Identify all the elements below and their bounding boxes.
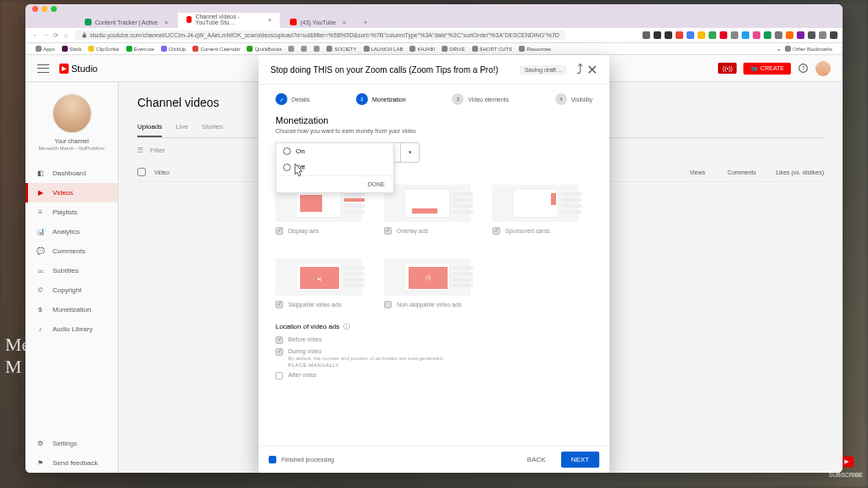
titlebar xyxy=(25,4,843,13)
step-video-elements[interactable]: 3Video elements xyxy=(452,93,509,105)
bookmark-item[interactable]: Slack xyxy=(62,46,82,52)
bookmark-item[interactable]: Content Calendar xyxy=(192,46,240,52)
url-bar: ← → ⟳ ⌂ studio.youtube.com/channel/UCCIm… xyxy=(25,28,843,43)
modal-title: Stop doing THIS on your Zoom calls (Zoom… xyxy=(270,65,520,75)
bookmark-folder[interactable]: LAUNCH LAB xyxy=(364,46,403,52)
checkbox-during[interactable] xyxy=(275,348,283,356)
checkbox[interactable] xyxy=(275,301,283,308)
option-on[interactable]: On xyxy=(276,143,393,159)
modal-footer: Finished processing BACK NEXT xyxy=(259,446,609,473)
nav-back-button[interactable]: ← xyxy=(31,32,41,38)
bookmark-item[interactable] xyxy=(288,46,294,52)
nav-home-button[interactable]: ⌂ xyxy=(61,32,71,38)
step-details[interactable]: ✓Details xyxy=(275,93,309,105)
step-monetization[interactable]: 2Monetization xyxy=(356,93,406,105)
subscribe-label: SUBSCRIBE xyxy=(829,472,863,478)
close-icon: × xyxy=(268,17,271,23)
modal-header: Stop doing THIS on your Zoom calls (Zoom… xyxy=(259,55,609,85)
checkbox-before[interactable] xyxy=(275,336,283,344)
youtube-studio: ▶Studio Search across your channel ((•))… xyxy=(25,55,843,473)
bookmark-item[interactable]: ClipScribe xyxy=(88,46,119,52)
bookmark-folder[interactable]: KAJABI xyxy=(409,46,435,52)
check-icon: ✓ xyxy=(275,93,287,105)
checkbox[interactable] xyxy=(384,227,392,235)
section-subtitle: Choose how you want to earn money from y… xyxy=(275,128,593,134)
step-visibility[interactable]: 4Visibility xyxy=(555,93,593,105)
modal-body: Monetization Choose how you want to earn… xyxy=(259,115,609,446)
upload-modal: Stop doing THIS on your Zoom calls (Zoom… xyxy=(259,55,609,473)
close-button[interactable]: ✕ xyxy=(586,64,598,75)
traffic-lights[interactable] xyxy=(32,6,57,12)
bookmark-folder[interactable]: DRIVE xyxy=(442,46,465,52)
close-icon: × xyxy=(342,19,346,25)
other-bookmarks[interactable]: Other Bookmarks xyxy=(785,46,832,52)
back-button[interactable]: BACK xyxy=(517,452,556,468)
feedback-button[interactable]: ⤴ xyxy=(574,64,586,75)
bookmarks-bar: Apps Slack ClipScribe Evernote ClickUp C… xyxy=(25,43,843,55)
cursor-icon xyxy=(291,162,306,181)
next-button[interactable]: NEXT xyxy=(561,452,599,468)
checkbox[interactable] xyxy=(275,227,283,235)
ad-location: Location of video adsⓘ Before video Duri… xyxy=(275,322,593,380)
ad-type-sponsored: Sponsored cards xyxy=(492,185,577,235)
bookmark-overflow[interactable]: » xyxy=(777,46,780,52)
place-manually-button[interactable]: PLACE MANUALLY xyxy=(288,363,443,368)
address-bar[interactable]: studio.youtube.com/channel/UCCIm-J4-qW_A… xyxy=(75,30,566,40)
browser-window: Content Tracker | Active× Channel videos… xyxy=(25,4,843,473)
ad-type-overlay: Overlay ads xyxy=(384,185,469,235)
checkbox[interactable] xyxy=(384,301,392,308)
nav-reload-button[interactable]: ⟳ xyxy=(51,32,61,39)
bookmark-item[interactable]: QuickBooks xyxy=(247,46,281,52)
ad-type-nonskippable: ◷ Non-skippable video ads xyxy=(384,258,469,308)
stepper: ✓Details 2Monetization 3Video elements 4… xyxy=(259,85,609,115)
location-title: Location of video ads xyxy=(275,323,340,330)
saving-indicator: Saving draft… xyxy=(520,65,567,75)
bookmark-item[interactable]: Evernote xyxy=(126,46,154,52)
tab-3[interactable]: (43) YouTube× xyxy=(281,16,354,28)
help-icon[interactable]: ⓘ xyxy=(343,322,350,331)
url-text: studio.youtube.com/channel/UCCIm-J4-qW_A… xyxy=(90,32,559,38)
bookmark-item[interactable] xyxy=(314,46,320,52)
bookmark-folder[interactable]: SOCIETY xyxy=(326,46,356,52)
new-tab-button[interactable]: + xyxy=(356,17,375,28)
checkbox-after[interactable] xyxy=(275,372,283,380)
tab-1[interactable]: Content Tracker | Active× xyxy=(76,16,176,28)
status-icon xyxy=(269,456,276,463)
modal-overlay: Stop doing THIS on your Zoom calls (Zoom… xyxy=(25,55,843,473)
ad-types: Display ads Overlay ads Sponsored cards … xyxy=(275,185,593,308)
bookmarks-apps[interactable]: Apps xyxy=(36,46,55,52)
tab-strip: Content Tracker | Active× Channel videos… xyxy=(25,13,843,28)
close-icon: × xyxy=(164,19,168,25)
bookmark-folder[interactable]: SHORT CUTS xyxy=(472,46,513,52)
section-title: Monetization xyxy=(275,115,593,125)
monetization-select: ▾ On Off DONE xyxy=(275,142,593,163)
bookmark-folder[interactable]: Resources xyxy=(519,46,551,52)
tab-2[interactable]: Channel videos - YouTube Stu…× xyxy=(178,11,280,28)
bookmark-item[interactable] xyxy=(301,46,307,52)
bookmark-item[interactable]: ClickUp xyxy=(161,46,186,52)
chevron-down-icon: ▾ xyxy=(400,143,419,162)
nav-forward-button[interactable]: → xyxy=(41,32,51,38)
checkbox[interactable] xyxy=(492,227,500,235)
lock-icon xyxy=(81,32,87,38)
processing-status: Finished processing xyxy=(269,456,334,463)
extension-icons[interactable] xyxy=(643,31,837,39)
ad-type-skippable: ▸| Skippable video ads xyxy=(275,258,360,308)
